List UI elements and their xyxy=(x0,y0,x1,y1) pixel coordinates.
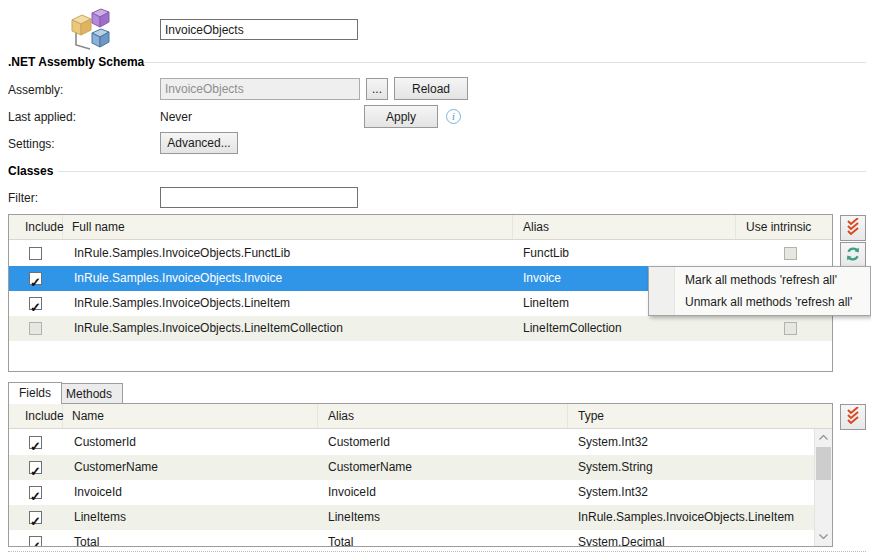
column-header-name[interactable]: Name xyxy=(63,404,318,428)
column-header-include[interactable]: Include xyxy=(9,404,63,428)
field-name: CustomerId xyxy=(63,430,318,455)
field-alias: CustomerName xyxy=(318,455,568,480)
field-alias: CustomerId xyxy=(318,430,568,455)
class-full-name: InRule.Samples.InvoiceObjects.LineItemCo… xyxy=(63,316,513,341)
browse-button[interactable]: ... xyxy=(366,78,388,100)
field-type: System.Int32 xyxy=(568,480,814,505)
field-name: InvoiceId xyxy=(63,480,318,505)
refresh-classes-button[interactable] xyxy=(840,242,866,268)
include-checkbox[interactable] xyxy=(29,297,42,310)
check-all-fields-button[interactable] xyxy=(840,404,866,430)
assembly-path-input xyxy=(160,78,360,100)
refresh-arrows-icon xyxy=(845,246,861,265)
field-alias: LineItems xyxy=(318,505,568,530)
check-all-classes-button[interactable] xyxy=(840,215,866,241)
include-checkbox[interactable] xyxy=(29,247,42,260)
settings-label: Settings: xyxy=(8,137,55,151)
classes-table-header: Include Full name Alias Use intrinsic xyxy=(9,215,832,240)
include-checkbox[interactable] xyxy=(29,486,42,499)
assembly-cubes-icon xyxy=(64,7,118,54)
chevron-down-icon[interactable] xyxy=(815,528,832,544)
column-header-alias[interactable]: Alias xyxy=(513,215,736,239)
scrollbar-thumb[interactable] xyxy=(816,447,831,480)
field-name: LineItems xyxy=(63,505,318,530)
advanced-button[interactable]: Advanced... xyxy=(160,132,238,154)
use-intrinsic-checkbox xyxy=(784,247,797,260)
menu-item-mark-all-methods[interactable]: Mark all methods 'refresh all' xyxy=(649,269,870,291)
class-full-name: InRule.Samples.InvoiceObjects.LineItem xyxy=(63,291,513,316)
use-intrinsic-checkbox xyxy=(784,322,797,335)
fields-table: Include Name Alias Type CustomerId Custo… xyxy=(8,403,833,547)
field-alias: Total xyxy=(318,530,568,547)
filter-label: Filter: xyxy=(8,191,38,205)
panel-bottom-edge xyxy=(8,551,866,552)
include-checkbox[interactable] xyxy=(29,436,42,449)
triple-red-check-icon xyxy=(846,218,860,239)
classes-section-title: Classes xyxy=(8,164,53,178)
filter-input[interactable] xyxy=(160,187,358,208)
apply-button[interactable]: Apply xyxy=(364,105,438,128)
schema-name-input[interactable] xyxy=(160,19,358,40)
last-applied-label: Last applied: xyxy=(8,110,76,124)
class-alias: FunctLib xyxy=(513,241,736,266)
assembly-label: Assembly: xyxy=(8,83,63,97)
menu-item-unmark-all-methods[interactable]: Unmark all methods 'refresh all' xyxy=(649,291,870,313)
section-divider xyxy=(58,171,866,172)
field-row-invoiceid[interactable]: InvoiceId InvoiceId System.Int32 xyxy=(9,480,814,505)
triple-red-check-icon xyxy=(846,407,860,428)
column-header-use-intrinsic[interactable]: Use intrinsic xyxy=(736,215,832,239)
field-name: Total xyxy=(63,530,318,547)
include-checkbox[interactable] xyxy=(29,511,42,524)
class-full-name: InRule.Samples.InvoiceObjects.FunctLib xyxy=(63,241,513,266)
field-row-customername[interactable]: CustomerName CustomerName System.String xyxy=(9,455,814,480)
field-name: CustomerName xyxy=(63,455,318,480)
column-header-type[interactable]: Type xyxy=(568,404,832,428)
assembly-section-title: .NET Assembly Schema xyxy=(8,55,144,69)
field-type: System.Decimal xyxy=(568,530,814,547)
info-icon[interactable]: i xyxy=(446,109,461,124)
class-full-name: InRule.Samples.InvoiceObjects.Invoice xyxy=(63,266,513,291)
field-alias: InvoiceId xyxy=(318,480,568,505)
field-row-lineitems[interactable]: LineItems LineItems InRule.Samples.Invoi… xyxy=(9,505,814,530)
include-checkbox xyxy=(29,322,42,335)
field-row-customerid[interactable]: CustomerId CustomerId System.Int32 xyxy=(9,430,814,455)
column-header-alias[interactable]: Alias xyxy=(318,404,568,428)
class-alias: LineItemCollection xyxy=(513,316,736,341)
include-checkbox[interactable] xyxy=(29,536,42,547)
column-header-full-name[interactable]: Full name xyxy=(63,215,513,239)
chevron-up-icon[interactable] xyxy=(815,429,832,445)
include-checkbox[interactable] xyxy=(29,272,42,285)
include-checkbox[interactable] xyxy=(29,461,42,474)
fields-table-header: Include Name Alias Type xyxy=(9,404,832,429)
field-type: InRule.Samples.InvoiceObjects.LineItem xyxy=(568,505,814,530)
tab-fields[interactable]: Fields xyxy=(8,382,62,404)
column-header-include[interactable]: Include xyxy=(9,215,63,239)
field-type: System.Int32 xyxy=(568,430,814,455)
context-menu: Mark all methods 'refresh all' Unmark al… xyxy=(648,266,871,316)
section-divider xyxy=(144,62,866,63)
reload-button[interactable]: Reload xyxy=(394,77,468,100)
last-applied-value: Never xyxy=(160,110,192,124)
tab-methods[interactable]: Methods xyxy=(55,383,123,404)
field-type: System.String xyxy=(568,455,814,480)
class-row-functlib[interactable]: InRule.Samples.InvoiceObjects.FunctLib F… xyxy=(9,241,832,266)
field-row-total[interactable]: Total Total System.Decimal xyxy=(9,530,814,547)
class-row-lineitemcollection[interactable]: InRule.Samples.InvoiceObjects.LineItemCo… xyxy=(9,316,832,341)
fields-scrollbar[interactable] xyxy=(814,429,832,546)
